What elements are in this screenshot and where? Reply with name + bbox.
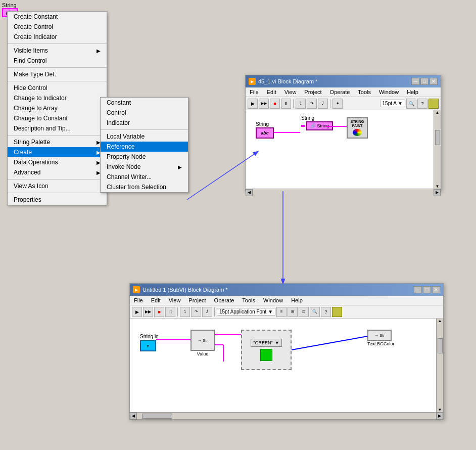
menu-operate-1[interactable]: Operate (328, 88, 352, 96)
menu-operate-2[interactable]: Operate (212, 297, 236, 304)
menu-description-tip[interactable]: Description and Tip... (8, 123, 107, 133)
tb-step3[interactable]: ⤴ (318, 99, 328, 109)
tb-search-1[interactable]: 🔍 (406, 99, 416, 109)
menu-view-as-icon[interactable]: View As Icon (8, 181, 107, 191)
scroll-thumb-v-2[interactable] (438, 338, 443, 353)
submenu-reference[interactable]: Reference (101, 142, 188, 152)
green-dropdown[interactable]: "GREEN" ▼ (251, 339, 281, 347)
menu-file-2[interactable]: File (132, 297, 145, 304)
tb-distribute[interactable]: ⊞ (288, 307, 298, 317)
tb-run-cont-1[interactable]: ▶▶ (259, 99, 269, 109)
tb-run-cont-2[interactable]: ▶▶ (143, 307, 153, 317)
submenu-indicator[interactable]: Indicator (101, 118, 188, 128)
close-btn-1[interactable]: ✕ (430, 78, 438, 85)
menu-create-constant[interactable]: Create Constant (8, 12, 107, 22)
submenu-local-variable[interactable]: Local Variable (101, 131, 188, 142)
tb-zoom[interactable]: 🔍 (310, 307, 320, 317)
submenu-property-node[interactable]: Property Node (101, 152, 188, 162)
menu-create-indicator[interactable]: Create Indicator (8, 32, 107, 42)
menu-find-control[interactable]: Find Control (8, 56, 107, 66)
menu-create-control[interactable]: Create Control (8, 22, 107, 32)
submenu-constant[interactable]: Constant (101, 98, 188, 108)
maximize-btn-2[interactable]: □ (423, 286, 431, 293)
close-btn-2[interactable]: ✕ (432, 286, 440, 293)
string-wire-terminal[interactable]: String 🔗 String (301, 115, 333, 130)
tb-abort-1[interactable]: ■ (270, 99, 280, 109)
tb-step2[interactable]: ↷ (307, 99, 317, 109)
submenu-channel-writer[interactable]: Channel Writer... (101, 172, 188, 182)
scroll-right-2[interactable]: ▶ (436, 413, 443, 420)
scroll-up-1[interactable]: ▲ (434, 110, 441, 115)
canvas-2[interactable]: String in b → Str Value "GREEN" ▼ → Str (130, 319, 443, 412)
scroll-down-2[interactable]: ▼ (437, 408, 443, 412)
tb-clean[interactable]: ✦ (332, 99, 343, 109)
paint-node[interactable]: STRING PAINT (347, 117, 368, 139)
font-size-1[interactable]: 15pt A ▼ (380, 100, 405, 107)
menu-project-1[interactable]: Project (302, 88, 323, 96)
tb-help-1[interactable]: ? (417, 99, 427, 109)
menu-make-type-def[interactable]: Make Type Def. (8, 69, 107, 79)
tb-resize[interactable]: ⊡ (299, 307, 309, 317)
submenu-control[interactable]: Control (101, 108, 188, 118)
scrollbar-v-1[interactable]: ▲ ▼ (434, 110, 441, 189)
menu-tools-1[interactable]: Tools (356, 88, 373, 96)
menu-help-1[interactable]: Help (405, 88, 420, 96)
menu-view-2[interactable]: View (167, 297, 183, 304)
menu-create[interactable]: Create ▶ (8, 147, 107, 157)
scroll-up-2[interactable]: ▲ (437, 319, 443, 323)
window-controls-2[interactable]: ─ □ ✕ (414, 286, 440, 293)
scrollbar-v-2[interactable]: ▲ ▼ (436, 319, 443, 412)
menu-project-2[interactable]: Project (186, 297, 208, 304)
menu-file-1[interactable]: File (248, 88, 261, 96)
submenu-invoke-node[interactable]: Invoke Node ▶ (101, 162, 188, 172)
scroll-left-1[interactable]: ◀ (246, 189, 253, 196)
tb-step-c[interactable]: ⤴ (202, 307, 212, 317)
menu-view-1[interactable]: View (282, 88, 299, 96)
menu-properties[interactable]: Properties (8, 195, 107, 205)
scroll-thumb-h-2[interactable] (142, 414, 172, 419)
scroll-right-1[interactable]: ▶ (434, 189, 441, 196)
scroll-down-1[interactable]: ▼ (434, 184, 441, 189)
invoke-arrow: ▶ (178, 164, 182, 170)
menu-window-2[interactable]: Window (261, 297, 285, 304)
menu-string-palette[interactable]: String Palette ▶ (8, 137, 107, 147)
menu-advanced[interactable]: Advanced ▶ (8, 167, 107, 177)
tb-help-2[interactable]: ? (321, 307, 331, 317)
str-node-1[interactable]: → Str Value (191, 330, 215, 356)
tb-abort-2[interactable]: ■ (154, 307, 164, 317)
submenu-cluster-from-selection[interactable]: Cluster from Selection (101, 182, 188, 192)
menu-change-to-constant[interactable]: Change to Constant (8, 113, 107, 123)
str-node-2[interactable]: → Str Text.BGColor (367, 330, 395, 346)
tb-pause-2[interactable]: ⏸ (165, 307, 175, 317)
menu-hide-control[interactable]: Hide Control (8, 83, 107, 93)
tb-run-2[interactable]: ▶ (132, 307, 142, 317)
tb-step1[interactable]: ⤵ (296, 99, 306, 109)
menu-change-to-indicator[interactable]: Change to Indicator (8, 93, 107, 103)
menu-window-1[interactable]: Window (377, 88, 401, 96)
menu-visible-items[interactable]: Visible Items ▶ (8, 46, 107, 56)
string-terminal-1[interactable]: String abc (256, 121, 274, 139)
scroll-thumb-v-1[interactable] (435, 130, 440, 145)
maximize-btn-1[interactable]: □ (420, 78, 429, 85)
canvas-1[interactable]: String abc String 🔗 String STRING PAINT (246, 110, 441, 189)
scrollbar-h-2[interactable]: ◀ ▶ (130, 412, 443, 419)
tb-pause-1[interactable]: ⏸ (281, 99, 291, 109)
menu-help-2[interactable]: Help (289, 297, 305, 304)
green-selector[interactable]: "GREEN" ▼ (241, 330, 292, 370)
window-controls-1[interactable]: ─ □ ✕ (411, 78, 438, 85)
menu-data-operations[interactable]: Data Operations ▶ (8, 157, 107, 167)
tb-run-1[interactable]: ▶ (248, 99, 258, 109)
menu-change-to-array[interactable]: Change to Array (8, 103, 107, 113)
tb-step-b[interactable]: ↷ (191, 307, 201, 317)
scrollbar-h-1[interactable]: ◀ ▶ (246, 189, 441, 196)
menu-edit-2[interactable]: Edit (149, 297, 163, 304)
menu-tools-2[interactable]: Tools (240, 297, 257, 304)
minimize-btn-1[interactable]: ─ (411, 78, 419, 85)
minimize-btn-2[interactable]: ─ (414, 286, 422, 293)
menu-edit-1[interactable]: Edit (265, 88, 278, 96)
tb-step-a[interactable]: ⤵ (180, 307, 190, 317)
string-in-box[interactable]: b (140, 340, 156, 351)
scroll-left-2[interactable]: ◀ (130, 413, 137, 420)
font-select-2[interactable]: 15pt Application Font ▼ (217, 308, 275, 316)
tb-align[interactable]: ≡ (276, 307, 287, 317)
